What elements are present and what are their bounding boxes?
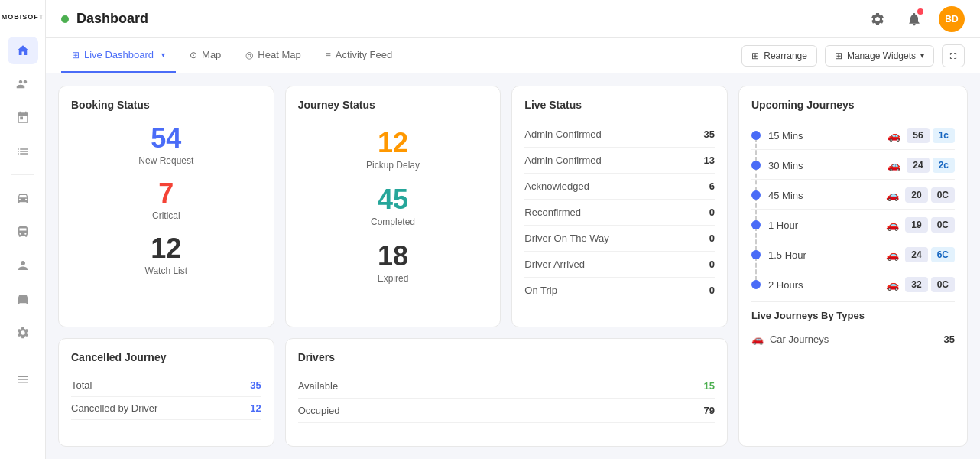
sidebar-item-org[interactable] xyxy=(8,70,38,98)
booking-watchlist-value: 12 xyxy=(151,235,181,262)
tab-live-dashboard-label: Live Dashboard xyxy=(84,49,154,60)
sidebar-item-settings[interactable] xyxy=(8,319,38,347)
journey-time-1: 30 Mins xyxy=(768,160,888,171)
journey-expired: 18 Expired xyxy=(378,243,409,284)
booking-watchlist: 12 Watch List xyxy=(71,235,261,276)
time-dot-0 xyxy=(751,131,761,140)
live-status-count-0: 35 xyxy=(704,129,715,140)
tab-map[interactable]: ⊙ Map xyxy=(179,38,232,73)
sidebar-item-menu[interactable] xyxy=(8,366,38,393)
sidebar-item-person[interactable] xyxy=(8,252,38,279)
nav-tabs: ⊞ Live Dashboard ▾ ⊙ Map ◎ Heat Map ≡ Ac… xyxy=(61,38,403,73)
journey-expired-value: 18 xyxy=(378,243,408,270)
live-status-count-1: 13 xyxy=(704,155,715,166)
booking-status-items: 54 New Request 7 Critical 12 Watch List xyxy=(71,122,261,279)
time-dot-4 xyxy=(751,250,761,259)
chevron-down-icon: ▾ xyxy=(920,51,924,60)
car-icon-0: 🚗 xyxy=(888,129,900,142)
sidebar-item-reports[interactable] xyxy=(8,138,38,165)
fullscreen-button[interactable] xyxy=(942,44,965,67)
live-status-name-5: Driver Arrived xyxy=(524,259,585,270)
booking-watchlist-label: Watch List xyxy=(145,265,188,276)
tab-heat-map-label: Heat Map xyxy=(258,49,300,60)
cancelled-label-1: Cancelled by Driver xyxy=(71,402,157,414)
journey-status-items: 12 Pickup Delay 45 Completed 18 Expired xyxy=(298,122,488,291)
settings-icon-btn[interactable] xyxy=(865,7,890,31)
booking-new-request-label: New Request xyxy=(138,155,193,166)
time-dot-1 xyxy=(751,161,761,170)
journey-count-0: 56 xyxy=(907,128,929,143)
journey-time-2: 45 Mins xyxy=(768,190,886,201)
journey-extra-2: 0C xyxy=(931,187,955,203)
journey-status-title: Journey Status xyxy=(298,99,488,111)
journey-extra-5: 0C xyxy=(931,277,955,292)
upcoming-journey-row-3: 1 Hour 🚗 19 0C xyxy=(751,211,955,239)
drivers-title: Drivers xyxy=(298,351,715,363)
rearrange-icon: ⊞ xyxy=(751,50,759,61)
notification-icon-btn[interactable] xyxy=(902,7,926,31)
tab-activity-feed[interactable]: ≡ Activity Feed xyxy=(315,38,403,73)
nav-actions: ⊞ Rearrange ⊞ Manage Widgets ▾ xyxy=(741,44,965,67)
header-right: BD xyxy=(865,6,965,32)
cancelled-journey-card: Cancelled Journey Total 35 Cancelled by … xyxy=(58,338,274,448)
live-status-name-1: Admin Confirmed xyxy=(524,155,601,166)
sidebar-item-home[interactable] xyxy=(8,37,38,64)
live-journeys-title: Live Journeys By Types xyxy=(751,301,955,321)
journey-expired-label: Expired xyxy=(378,273,409,284)
journey-time-4: 1.5 Hour xyxy=(768,249,886,261)
journey-time-5: 2 Hours xyxy=(768,279,886,291)
page-title: Dashboard xyxy=(76,11,148,27)
tab-heat-map[interactable]: ◎ Heat Map xyxy=(235,38,311,73)
header-left: Dashboard xyxy=(61,11,148,27)
car-icon-3: 🚗 xyxy=(886,219,899,231)
booking-new-request: 54 New Request xyxy=(71,125,261,166)
car-journey-icon: 🚗 xyxy=(751,334,764,345)
live-status-name-0: Admin Confirmed xyxy=(524,129,601,140)
upcoming-journey-row-4: 1.5 Hour 🚗 24 6C xyxy=(751,241,955,269)
sidebar-item-vehicle2[interactable] xyxy=(8,218,38,246)
sidebar-item-calendar[interactable] xyxy=(8,104,38,132)
heatmap-icon: ◎ xyxy=(245,50,253,60)
driver-row-1: Occupied 79 xyxy=(298,399,715,423)
journey-count-5: 32 xyxy=(905,277,927,292)
rearrange-button[interactable]: ⊞ Rearrange xyxy=(741,45,817,67)
car-icon-2: 🚗 xyxy=(886,189,899,201)
journey-count-3: 19 xyxy=(905,217,927,233)
booking-status-title: Booking Status xyxy=(71,99,261,111)
tab-live-dashboard[interactable]: ⊞ Live Dashboard ▾ xyxy=(61,38,176,73)
journey-status-card: Journey Status 12 Pickup Delay 45 Comple… xyxy=(285,86,501,327)
main-content: Dashboard BD ⊞ Live Dashboard ▾ xyxy=(46,0,980,459)
live-journeys-section: Live Journeys By Types 🚗 Car Journeys 35 xyxy=(751,301,955,350)
live-status-count-5: 0 xyxy=(709,259,715,270)
cancelled-value-1: 12 xyxy=(250,402,261,414)
upcoming-journeys-rows: 15 Mins 🚗 56 1c 30 Mins 🚗 xyxy=(751,122,955,298)
cancelled-journey-title: Cancelled Journey xyxy=(71,351,261,363)
nav-bar: ⊞ Live Dashboard ▾ ⊙ Map ◎ Heat Map ≡ Ac… xyxy=(46,38,980,73)
booking-critical: 7 Critical xyxy=(71,180,261,221)
journey-badges-5: 🚗 32 0C xyxy=(886,277,955,292)
header: Dashboard BD xyxy=(46,0,980,38)
manage-widgets-button[interactable]: ⊞ Manage Widgets ▾ xyxy=(825,45,934,67)
sidebar-item-vehicle[interactable] xyxy=(8,184,38,212)
drivers-card: Drivers Available 15 Occupied 79 xyxy=(285,338,728,448)
sidebar-divider-2 xyxy=(11,356,34,356)
tab-activity-feed-label: Activity Feed xyxy=(336,49,392,60)
avatar[interactable]: BD xyxy=(939,6,965,32)
logo: MOBISOFT xyxy=(2,8,44,31)
driver-row-0: Available 15 xyxy=(298,374,715,399)
rearrange-label: Rearrange xyxy=(764,50,807,61)
car-icon-4: 🚗 xyxy=(886,249,899,261)
widgets-icon: ⊞ xyxy=(835,50,842,61)
sidebar: MOBISOFT xyxy=(0,0,46,459)
cancelled-value-0: 35 xyxy=(250,379,261,391)
sidebar-item-car[interactable] xyxy=(8,285,38,313)
live-status-count-2: 6 xyxy=(709,181,715,192)
journey-completed-value: 45 xyxy=(378,186,408,213)
drivers-list: Available 15 Occupied 79 xyxy=(298,374,715,423)
activity-icon: ≡ xyxy=(326,50,331,60)
booking-critical-value: 7 xyxy=(158,180,174,207)
cancelled-journey-list: Total 35 Cancelled by Driver 12 xyxy=(71,374,261,420)
driver-value-1: 79 xyxy=(704,405,715,416)
journey-pickup-delay: 12 Pickup Delay xyxy=(366,129,420,171)
journey-pickup-delay-label: Pickup Delay xyxy=(366,160,420,171)
